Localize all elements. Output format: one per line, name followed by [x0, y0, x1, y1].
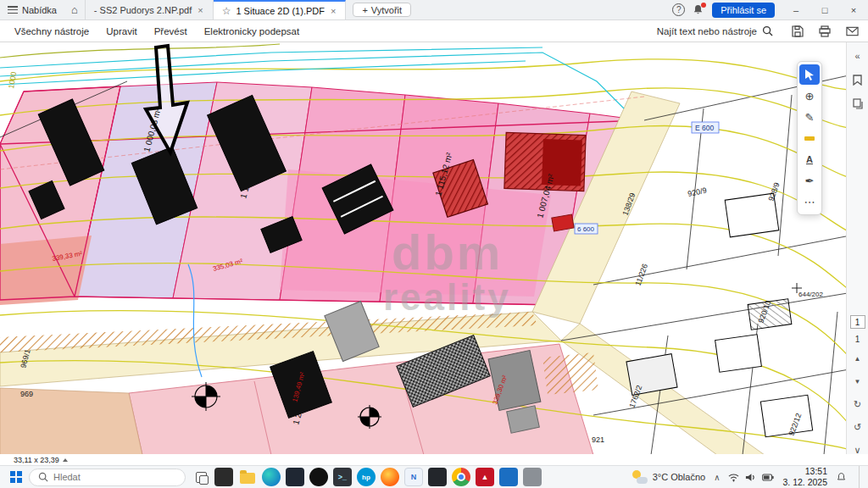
menu-button[interactable]: Nabídka — [0, 0, 64, 19]
more-tools-button[interactable]: ⋯ — [799, 191, 820, 212]
dark-app-icon-3[interactable] — [428, 468, 447, 486]
sign-tool-button[interactable]: ✒ — [799, 170, 820, 191]
weather-icon — [632, 470, 648, 484]
home-icon: ⌂ — [71, 3, 78, 16]
minimize-button[interactable]: – — [782, 0, 810, 20]
pen-icon: ✎ — [805, 111, 815, 124]
time-label: 13:51 — [782, 466, 827, 477]
help-icon[interactable]: ? — [672, 3, 685, 16]
acrobat-icon[interactable]: ▲ — [476, 468, 494, 486]
close-button[interactable]: × — [839, 0, 868, 20]
caret-up-icon[interactable] — [63, 458, 68, 462]
wifi-icon[interactable] — [728, 473, 739, 482]
dark-app-icon-1[interactable] — [214, 468, 233, 486]
save-icon — [792, 25, 804, 37]
page-number-box[interactable]: 1 — [850, 315, 865, 329]
home-button[interactable]: ⌂ — [64, 0, 86, 19]
close-tab-icon[interactable]: × — [197, 5, 203, 15]
blue-app-icon[interactable] — [499, 468, 518, 486]
volume-icon[interactable] — [745, 473, 756, 482]
battery-icon[interactable] — [762, 474, 774, 481]
hp-icon[interactable]: hp — [357, 468, 376, 486]
file-explorer-icon[interactable] — [238, 468, 257, 486]
tools-bar: Všechny nástroje Upravit Převést Elektro… — [0, 20, 868, 42]
search-icon — [762, 25, 773, 36]
tab-situace[interactable]: ☆ 1 Situace 2D (1).PDF × — [214, 0, 347, 19]
notification-dot — [701, 3, 706, 8]
printer-icon — [819, 25, 831, 37]
pages-icon — [853, 98, 863, 109]
chevron-up-icon: ▲ — [854, 355, 861, 363]
notification-bell-icon[interactable] — [836, 472, 847, 483]
bookmark-icon — [853, 75, 862, 86]
tab-pudorys[interactable]: - SS2 Pudorys 2.NP.pdf × — [86, 0, 214, 19]
task-view-button[interactable] — [191, 467, 211, 487]
weather-widget[interactable]: 3°C Oblačno — [632, 470, 706, 484]
text-tool-icon: A — [806, 154, 813, 164]
pen-tool-button[interactable]: ✎ — [799, 107, 820, 127]
task-view-icon — [196, 472, 207, 483]
show-desktop-button[interactable] — [859, 466, 861, 488]
start-button[interactable] — [3, 466, 29, 488]
signature-icon: ✒ — [805, 175, 815, 187]
thumbnails-button[interactable] — [849, 95, 866, 112]
page-dimensions-label: 33,11 x 23,39 — [14, 456, 59, 464]
all-tools-menu[interactable]: Všechny nástroje — [7, 23, 97, 40]
taskbar-windows: >_ hp N ▲ 3°C Oblačno ∧ 13:51 3. 12. — [0, 465, 868, 488]
rotate-page-button[interactable]: ↻ — [849, 396, 866, 413]
signin-button[interactable]: Přihlásit se — [712, 3, 775, 18]
email-button[interactable] — [843, 22, 861, 41]
maximize-button[interactable]: □ — [810, 0, 839, 20]
tab-label: - SS2 Pudorys 2.NP.pdf — [94, 5, 192, 15]
dark-app-icon-2[interactable] — [286, 468, 304, 486]
zoom-tool-button[interactable]: ⊕ — [799, 86, 820, 106]
tray-expand-button[interactable]: ∧ — [714, 473, 720, 482]
watermark: dbm reality — [383, 225, 511, 318]
print-button[interactable] — [815, 22, 834, 41]
mail-icon — [846, 26, 859, 36]
save-button[interactable] — [788, 22, 807, 41]
gray-app-icon[interactable] — [523, 468, 542, 486]
status-strip: 33,11 x 23,39 — [0, 454, 868, 465]
titlebar: Nabídka ⌂ - SS2 Pudorys 2.NP.pdf × ☆ 1 S… — [0, 0, 868, 20]
notes-app-icon[interactable]: N — [404, 468, 423, 486]
pdf-canvas-site-plan[interactable]: dbm reality E 600 6 600 1 000,03 m² 1 10… — [0, 42, 868, 455]
find-text-button[interactable]: Najít text nebo nástroje — [650, 23, 780, 39]
notifications-button[interactable] — [692, 3, 705, 17]
edit-menu[interactable]: Upravit — [98, 23, 144, 40]
svg-text:E 600: E 600 — [695, 124, 714, 132]
search-input[interactable] — [53, 472, 164, 482]
dark-circle-app-icon[interactable] — [309, 468, 328, 486]
highlighter-icon — [804, 136, 815, 141]
menu-label: Nabídka — [22, 5, 57, 15]
chevron-down-icon: ▼ — [854, 378, 861, 385]
bookmarks-button[interactable] — [849, 71, 866, 88]
text-tool-button[interactable]: A — [799, 149, 820, 169]
svg-text:644/202: 644/202 — [798, 291, 823, 298]
terminal-icon[interactable]: >_ — [333, 468, 352, 486]
weather-label: 3°C Oblačno — [653, 472, 706, 482]
page-total-label: 1 — [855, 335, 860, 344]
edge-icon[interactable] — [262, 468, 281, 486]
firefox-icon[interactable] — [381, 468, 399, 486]
convert-menu[interactable]: Převést — [147, 23, 195, 40]
create-button[interactable]: + Vytvořit — [353, 3, 411, 17]
page-down-button[interactable]: ▼ — [849, 373, 866, 390]
search-icon — [38, 472, 48, 482]
close-tab-icon[interactable]: × — [330, 6, 337, 16]
esign-menu[interactable]: Elektronicky podepsat — [197, 23, 308, 40]
select-tool-button[interactable] — [799, 64, 820, 85]
highlight-tool-button[interactable] — [799, 128, 820, 148]
collapse-panel-button[interactable]: « — [849, 47, 866, 64]
taskbar-search[interactable] — [29, 469, 186, 486]
acrobat-window: Nabídka ⌂ - SS2 Pudorys 2.NP.pdf × ☆ 1 S… — [0, 0, 868, 488]
rotate-ccw-icon: ↺ — [854, 422, 861, 433]
chrome-icon[interactable] — [452, 468, 470, 486]
windows-logo-icon — [10, 471, 22, 483]
page-up-button[interactable]: ▲ — [849, 350, 866, 367]
date-label: 3. 12. 2025 — [782, 477, 827, 488]
document-area: dbm reality E 600 6 600 1 000,03 m² 1 10… — [0, 42, 868, 465]
clock[interactable]: 13:51 3. 12. 2025 — [782, 466, 827, 487]
star-icon[interactable]: ☆ — [222, 5, 231, 17]
refresh-view-button[interactable]: ↺ — [849, 419, 866, 435]
